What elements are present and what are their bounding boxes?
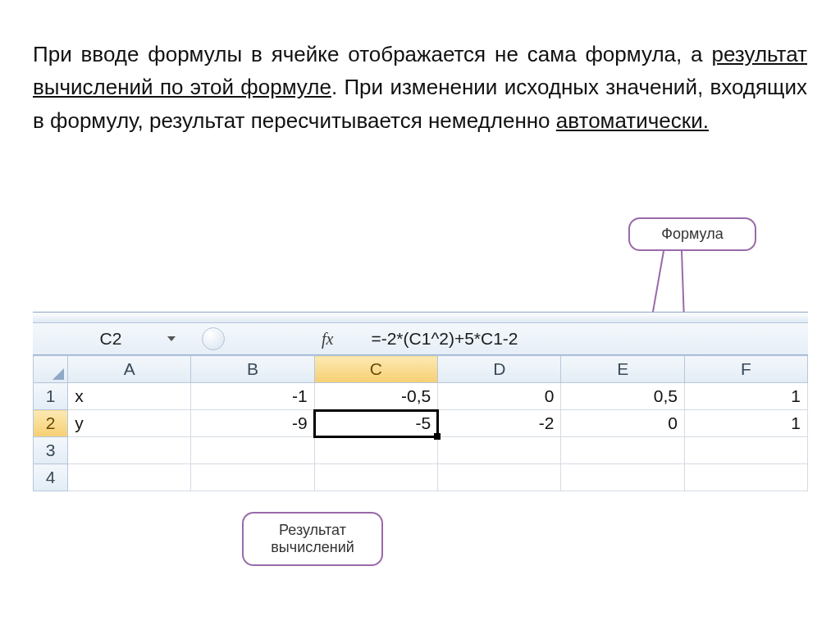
chevron-down-icon[interactable] bbox=[167, 336, 176, 341]
table-row: 3 bbox=[34, 437, 808, 464]
callout-result: Результат вычислений bbox=[242, 512, 383, 566]
name-box-value: C2 bbox=[100, 329, 122, 348]
table-row: 4 bbox=[34, 464, 808, 491]
cell-E1[interactable]: 0,5 bbox=[561, 383, 684, 410]
spreadsheet-area: C2 fx =-2*(C1^2)+5*C1-2 A B C D E F 1 x … bbox=[33, 312, 808, 491]
col-header-F[interactable]: F bbox=[684, 356, 807, 383]
paragraph-text-1: При вводе формулы в ячейке отображается … bbox=[33, 42, 711, 66]
column-header-row: A B C D E F bbox=[34, 356, 808, 383]
cell-B1[interactable]: -1 bbox=[191, 383, 314, 410]
cell-C2[interactable]: -5 bbox=[314, 410, 438, 437]
cell-F2[interactable]: 1 bbox=[684, 410, 807, 437]
select-all-corner[interactable] bbox=[34, 356, 68, 383]
cell-B4[interactable] bbox=[191, 464, 314, 491]
col-header-D[interactable]: D bbox=[438, 356, 561, 383]
cell-F3[interactable] bbox=[684, 437, 807, 464]
formula-bar: C2 fx =-2*(C1^2)+5*C1-2 bbox=[33, 323, 808, 355]
paragraph-underline-2: автоматически. bbox=[556, 108, 709, 133]
cell-D3[interactable] bbox=[438, 437, 561, 464]
cell-C4[interactable] bbox=[314, 464, 438, 491]
cell-C1[interactable]: -0,5 bbox=[314, 383, 438, 410]
col-header-A[interactable]: A bbox=[68, 356, 191, 383]
cell-E2[interactable]: 0 bbox=[561, 410, 684, 437]
cell-D4[interactable] bbox=[438, 464, 561, 491]
cell-B2[interactable]: -9 bbox=[191, 410, 314, 437]
fx-icon[interactable]: fx bbox=[322, 330, 333, 349]
col-header-B[interactable]: B bbox=[191, 356, 314, 383]
cell-E3[interactable] bbox=[561, 437, 684, 464]
window-title-strip bbox=[33, 313, 808, 323]
explanatory-paragraph: При вводе формулы в ячейке отображается … bbox=[0, 0, 840, 137]
cell-B3[interactable] bbox=[191, 437, 314, 464]
cell-F4[interactable] bbox=[684, 464, 807, 491]
callout-formula: Формула bbox=[628, 217, 756, 251]
spreadsheet-grid[interactable]: A B C D E F 1 x -1 -0,5 0 0,5 1 2 y -9 -… bbox=[33, 355, 808, 491]
formula-text: =-2*(C1^2)+5*C1-2 bbox=[371, 329, 518, 348]
col-header-C[interactable]: C bbox=[314, 356, 438, 383]
callout-result-label: Результат вычислений bbox=[271, 522, 354, 555]
fx-cancel-button[interactable] bbox=[202, 327, 225, 350]
cell-F1[interactable]: 1 bbox=[684, 383, 807, 410]
cell-A4[interactable] bbox=[68, 464, 191, 491]
cell-C3[interactable] bbox=[314, 437, 438, 464]
cell-A1[interactable]: x bbox=[68, 383, 191, 410]
cell-D1[interactable]: 0 bbox=[438, 383, 561, 410]
table-row: 2 y -9 -5 -2 0 1 bbox=[34, 410, 808, 437]
row-header-2[interactable]: 2 bbox=[34, 410, 68, 437]
cell-A3[interactable] bbox=[68, 437, 191, 464]
cell-D2[interactable]: -2 bbox=[438, 410, 561, 437]
cell-A2[interactable]: y bbox=[68, 410, 191, 437]
name-box[interactable]: C2 bbox=[33, 329, 189, 349]
row-header-4[interactable]: 4 bbox=[34, 464, 68, 491]
callout-formula-label: Формула bbox=[661, 226, 723, 242]
row-header-1[interactable]: 1 bbox=[34, 383, 68, 410]
formula-input[interactable]: =-2*(C1^2)+5*C1-2 bbox=[356, 329, 808, 349]
row-header-3[interactable]: 3 bbox=[34, 437, 68, 464]
cell-E4[interactable] bbox=[561, 464, 684, 491]
table-row: 1 x -1 -0,5 0 0,5 1 bbox=[34, 383, 808, 410]
col-header-E[interactable]: E bbox=[561, 356, 684, 383]
